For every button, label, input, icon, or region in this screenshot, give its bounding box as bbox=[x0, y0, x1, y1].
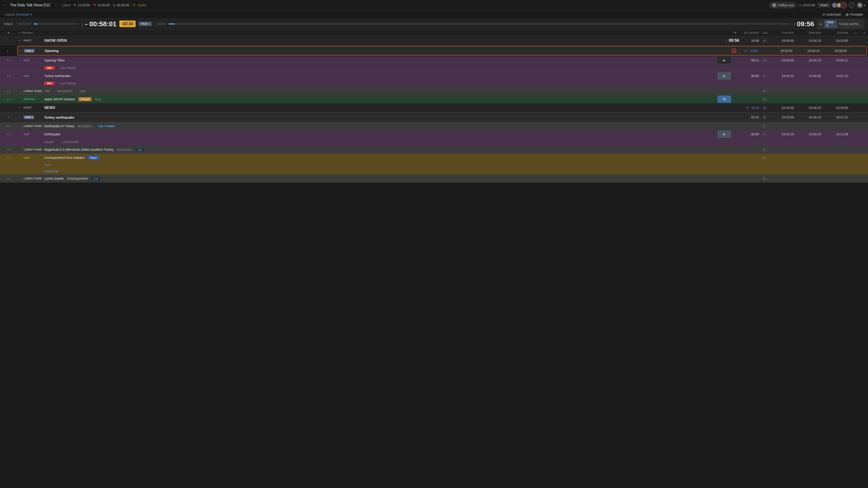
cue-play-icon[interactable]: ▶ bbox=[763, 89, 767, 93]
lower-third-row[interactable]: 2.1 LOWER THIRD Earthquake in Turkey des… bbox=[0, 122, 868, 130]
cue-play-icon[interactable]: ▶ bbox=[763, 124, 767, 128]
clip-title[interactable]: Opening Titles bbox=[44, 59, 65, 62]
kebab-menu-icon[interactable]: ⋮ bbox=[53, 3, 59, 7]
item-title[interactable]: Opening bbox=[45, 49, 59, 53]
presence-avatars[interactable]: AN bbox=[833, 2, 846, 8]
layout-dropdown[interactable]: Rundown ▾ bbox=[16, 13, 32, 16]
pause-icon[interactable]: ❚❚ bbox=[732, 48, 737, 53]
live-dropdown[interactable]: Live ▾ bbox=[62, 3, 70, 7]
clip-row[interactable]: 2.2 CLIP Earthquake ▶ 00:50 ▶ 19:10:19 1… bbox=[0, 130, 868, 138]
bug-field[interactable]: Bug bbox=[95, 97, 101, 101]
clip-thumbnail[interactable]: ▶ bbox=[717, 57, 731, 64]
clip-title[interactable]: Earthquake bbox=[44, 132, 61, 136]
live-chip[interactable]: Live bbox=[135, 148, 145, 152]
collapse-icon[interactable]: ▾ bbox=[19, 106, 20, 109]
item-row[interactable]: 2 ▾ ITEM 2 Turkey earthquake 01:31 ▶ 19:… bbox=[0, 112, 868, 122]
refresh-icon[interactable]: ⟳ bbox=[745, 49, 747, 53]
lt-title[interactable]: Magnitude 6.3 aftershock strikes souther… bbox=[44, 148, 114, 151]
visibility-icon[interactable]: 👁 bbox=[734, 31, 737, 35]
help-icon[interactable]: ? bbox=[849, 2, 855, 8]
item-row-active[interactable]: ▾ ITEM 1 Opening ❚❚ ⟳ 10:00 18:20:00 18:… bbox=[17, 46, 867, 56]
user-menu[interactable]: M ▾ bbox=[857, 2, 865, 8]
follow-cue-button[interactable]: M Follow cue bbox=[769, 2, 796, 8]
comment-icon[interactable]: ▭ bbox=[854, 31, 857, 35]
skype-link[interactable]: skype link bbox=[44, 169, 58, 173]
next-item-title: Turkey earthqua… bbox=[839, 22, 862, 26]
cue-play-icon[interactable]: ▶ bbox=[763, 115, 767, 119]
last-words-field[interactable]: Last Words bbox=[60, 82, 76, 85]
cue-play-icon[interactable]: ▶ bbox=[763, 176, 767, 181]
cue-play-icon[interactable]: ▶ bbox=[763, 156, 767, 160]
part-row[interactable]: ▾ PART SHOW OPEN ↓09:56 10:00 ▶ 19:00:00… bbox=[0, 36, 868, 45]
clip-row[interactable]: 1.2 CLIP Turkey earthquake ▶ 00:50 ▶ 19:… bbox=[0, 72, 868, 80]
back-arrow-icon[interactable]: ← bbox=[3, 3, 7, 7]
total-dropdown[interactable]: Total ▾ bbox=[4, 22, 13, 26]
lt-title-field[interactable]: Title bbox=[44, 89, 50, 93]
add-column-icon[interactable]: ＋ bbox=[863, 31, 866, 35]
graphic-thumbnail[interactable]: 🖼 bbox=[717, 95, 731, 103]
cue-play-icon[interactable]: ▶ bbox=[763, 97, 767, 101]
lower-third-row[interactable]: 2.3 LOWER THIRD Magnitude 6.3 aftershock… bbox=[0, 145, 868, 154]
collapse-icon[interactable]: ▾ bbox=[19, 39, 20, 42]
cue-play-icon[interactable]: ▶ bbox=[763, 132, 767, 136]
chevron-down-icon: ▾ bbox=[68, 3, 70, 7]
freeze-icon[interactable]: ❄ bbox=[7, 31, 10, 35]
next-item-chip[interactable]: ⏭ ITEM 2 Turkey earthqua… bbox=[817, 19, 864, 29]
portrait-chip[interactable]: Portrait bbox=[79, 97, 91, 101]
collapse-icon[interactable]: ▾ bbox=[19, 116, 20, 119]
arrow-down-icon: ↓ bbox=[726, 39, 727, 42]
lt-description[interactable]: Correspondent bbox=[67, 177, 88, 180]
clip-row[interactable]: 1.1 CLIP Opening Titles ▶ 00:11 ▶ 19:00:… bbox=[0, 56, 868, 64]
cue-play-icon[interactable]: ▶ bbox=[763, 106, 767, 110]
lt-description-field[interactable]: description bbox=[117, 148, 132, 151]
last-words-field[interactable]: Last Words bbox=[60, 66, 76, 70]
part-row[interactable]: ▾ PART NEWS ⟳ 15:00 ▶ 19:10:00 19:44:10 … bbox=[0, 103, 868, 112]
expand-all-toggle[interactable]: ▾ bbox=[19, 31, 20, 34]
lt-title[interactable]: Lynne Gwistic bbox=[44, 177, 64, 180]
cue-play-icon[interactable]: ▶ bbox=[763, 58, 767, 62]
lt-type-field[interactable]: Type bbox=[79, 89, 86, 93]
lt-title[interactable]: Earthquake in Turkey bbox=[44, 124, 74, 128]
lt-description-field[interactable]: description bbox=[77, 124, 93, 128]
call-title[interactable]: Correspondent from Istanbul bbox=[44, 156, 84, 160]
off-badge[interactable]: OFF bbox=[44, 82, 55, 85]
collapse-icon[interactable]: ▾ bbox=[20, 50, 21, 52]
clip-thumbnail[interactable]: ▶ bbox=[717, 72, 731, 80]
row-number: 1.4 bbox=[7, 98, 11, 101]
item-progress[interactable] bbox=[168, 23, 790, 25]
clip-title[interactable]: Turkey earthquake bbox=[44, 74, 70, 78]
col-rundown: Rundown bbox=[22, 31, 33, 34]
back-time: 19:34:30 bbox=[809, 74, 821, 78]
flag-green-icon: ⚑ bbox=[73, 3, 76, 7]
skype-chip[interactable]: Skype bbox=[88, 156, 99, 160]
clip-thumbnail[interactable]: ▶ bbox=[717, 130, 731, 138]
row-number: 2.1 bbox=[7, 125, 11, 128]
call-text-field[interactable]: Text bbox=[44, 163, 50, 167]
arrow-up-icon: ↑ bbox=[155, 22, 156, 26]
top-bar: ← The Daily Talk Show E12 ⋮ Live ▾ ⚑ 11:… bbox=[0, 0, 868, 10]
total-progress[interactable] bbox=[33, 23, 79, 25]
refresh-icon[interactable]: ⟳ bbox=[746, 106, 749, 109]
graphic-title[interactable]: Apple AR/VR headset bbox=[44, 97, 75, 101]
live-chip[interactable]: Live bbox=[91, 176, 101, 181]
graphic-row[interactable]: 1.4 GRAPHIC Apple AR/VR headset Portrait… bbox=[0, 95, 868, 103]
end-time: 18:30:00 bbox=[835, 49, 847, 53]
avatar: M bbox=[857, 2, 863, 8]
share-button[interactable]: Share bbox=[817, 2, 831, 8]
call-row[interactable]: 2.4 CALL Correspondent from Istanbul Sky… bbox=[0, 154, 868, 162]
live-location-chip[interactable]: Live + Location bbox=[96, 124, 118, 128]
sound-field[interactable]: Sound bbox=[44, 140, 53, 144]
lower-third-row[interactable]: 2.5 LOWER THIRD Lynne Gwistic Correspond… bbox=[0, 174, 868, 183]
cue-play-icon[interactable]: ▶ bbox=[763, 148, 767, 152]
lt-description-field[interactable]: description bbox=[57, 89, 72, 93]
cue-play-icon[interactable]: ▶ bbox=[763, 39, 767, 43]
prompter-button[interactable]: ▤ Prompter bbox=[846, 13, 863, 16]
last-words-field[interactable]: Last Words bbox=[62, 140, 79, 144]
off-badge[interactable]: OFF bbox=[44, 66, 55, 70]
cue-play-icon[interactable]: ▶ bbox=[763, 74, 767, 78]
lower-third-row[interactable]: 1.3 LOWER THIRD Title description Type ▶ bbox=[0, 87, 868, 95]
automator-button[interactable]: ⇄ Automator bbox=[823, 13, 841, 16]
item-title[interactable]: Turkey earthquake bbox=[44, 116, 74, 119]
est-duration[interactable]: 10:00 bbox=[750, 49, 758, 53]
est-duration[interactable]: 15:00 bbox=[751, 106, 759, 109]
